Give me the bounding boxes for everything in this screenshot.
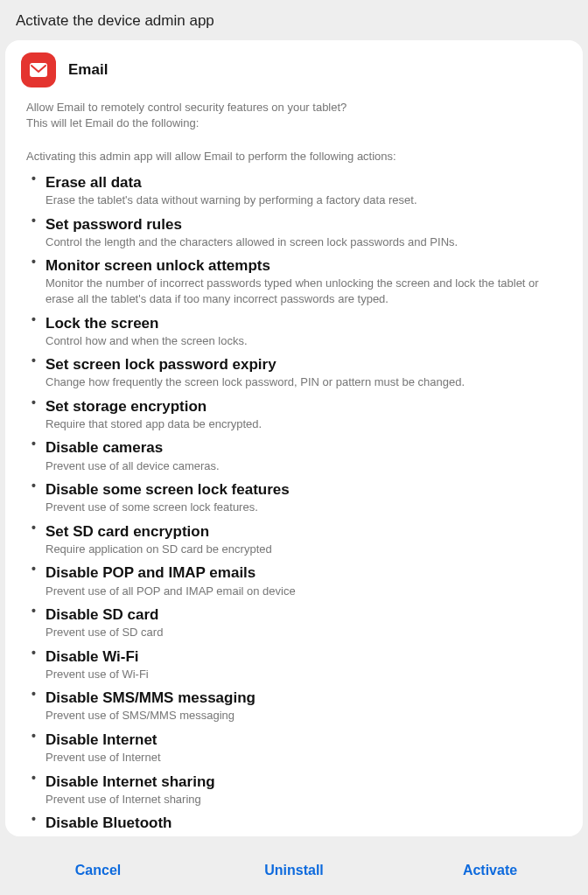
- permission-title: Disable Internet: [46, 731, 562, 750]
- permission-title: Set password rules: [46, 215, 562, 234]
- permission-description: Prevent use of all POP and IMAP email on…: [46, 584, 562, 599]
- permission-item: Disable InternetPrevent use of Internet: [26, 727, 562, 769]
- permission-title: Disable Internet sharing: [46, 773, 562, 792]
- permission-title: Set SD card encryption: [46, 522, 562, 542]
- permission-title: Erase all data: [46, 173, 562, 192]
- permission-title: Disable SD card: [46, 605, 562, 625]
- permission-description: Prevent use of Wi-Fi: [46, 667, 562, 682]
- intro-text: Allow Email to remotely control security…: [5, 94, 583, 132]
- permission-description: Prevent use of SD card: [46, 625, 562, 640]
- permission-description: Prevent use of some screen lock features…: [46, 500, 562, 515]
- permission-item: Disable Internet sharingPrevent use of I…: [26, 769, 562, 811]
- permission-list: Erase all dataErase the tablet's data wi…: [5, 170, 583, 836]
- permission-description: Prevent use of Bluetooth: [46, 833, 562, 836]
- permission-item: Lock the screenControl how and when the …: [26, 311, 562, 353]
- permission-item: Erase all dataErase the tablet's data wi…: [26, 170, 562, 212]
- permission-title: Disable SMS/MMS messaging: [46, 689, 562, 708]
- svg-rect-0: [30, 63, 47, 77]
- permission-item: Set storage encryptionRequire that store…: [26, 394, 562, 436]
- permission-title: Monitor screen unlock attempts: [46, 256, 562, 276]
- page-title: Activate the device admin app: [0, 0, 588, 40]
- app-header: Email: [5, 52, 583, 94]
- uninstall-button[interactable]: Uninstall: [196, 846, 392, 895]
- permission-item: Set screen lock password expiryChange ho…: [26, 352, 562, 394]
- permission-description: Prevent use of all device cameras.: [46, 458, 562, 474]
- permission-description: Monitor the number of incorrect password…: [46, 276, 562, 306]
- permission-title: Disable cameras: [46, 438, 562, 458]
- permission-title: Disable Bluetooth: [46, 814, 562, 833]
- intro-line-1: Allow Email to remotely control security…: [26, 100, 562, 115]
- permission-title: Disable Wi-Fi: [46, 647, 562, 667]
- permission-item: Monitor screen unlock attemptsMonitor th…: [26, 253, 562, 310]
- activate-button[interactable]: Activate: [392, 846, 588, 895]
- permission-description: Control the length and the characters al…: [46, 234, 562, 250]
- permission-item: Disable SMS/MMS messagingPrevent use of …: [26, 685, 562, 727]
- permission-title: Set screen lock password expiry: [46, 355, 562, 374]
- permission-item: Disable POP and IMAP emailsPrevent use o…: [26, 560, 562, 602]
- permission-title: Disable some screen lock features: [46, 480, 562, 500]
- intro-line-2: This will let Email do the following:: [26, 115, 562, 131]
- content-card: Email Allow Email to remotely control se…: [5, 40, 583, 836]
- permission-item: Disable some screen lock featuresPrevent…: [26, 477, 562, 519]
- cancel-button[interactable]: Cancel: [0, 846, 196, 895]
- email-app-icon: [21, 52, 56, 87]
- permission-description: Require that stored app data be encrypte…: [46, 416, 562, 432]
- permission-title: Lock the screen: [46, 314, 562, 333]
- permission-description: Control how and when the screen locks.: [46, 333, 562, 349]
- permission-description: Require application on SD card be encryp…: [46, 542, 562, 557]
- envelope-icon: [29, 62, 48, 78]
- permission-description: Erase the tablet's data without warning …: [46, 192, 562, 208]
- permission-title: Disable POP and IMAP emails: [46, 563, 562, 583]
- permission-title: Set storage encryption: [46, 397, 562, 416]
- permission-item: Set SD card encryptionRequire applicatio…: [26, 519, 562, 561]
- permission-item: Set password rulesControl the length and…: [26, 212, 562, 254]
- permission-item: Disable SD cardPrevent use of SD card: [26, 602, 562, 644]
- permission-description: Prevent use of SMS/MMS messaging: [46, 708, 562, 724]
- button-bar: Cancel Uninstall Activate: [0, 846, 588, 895]
- permission-item: Disable BluetoothPrevent use of Bluetoot…: [26, 810, 562, 836]
- permission-item: Disable camerasPrevent use of all device…: [26, 435, 562, 477]
- permission-description: Prevent use of Internet sharing: [46, 792, 562, 808]
- permission-description: Prevent use of Internet: [46, 750, 562, 766]
- perform-line: Activating this admin app will allow Ema…: [5, 132, 583, 170]
- permission-item: Disable Wi-FiPrevent use of Wi-Fi: [26, 644, 562, 686]
- app-name: Email: [68, 61, 108, 79]
- permission-description: Change how frequently the screen lock pa…: [46, 374, 562, 390]
